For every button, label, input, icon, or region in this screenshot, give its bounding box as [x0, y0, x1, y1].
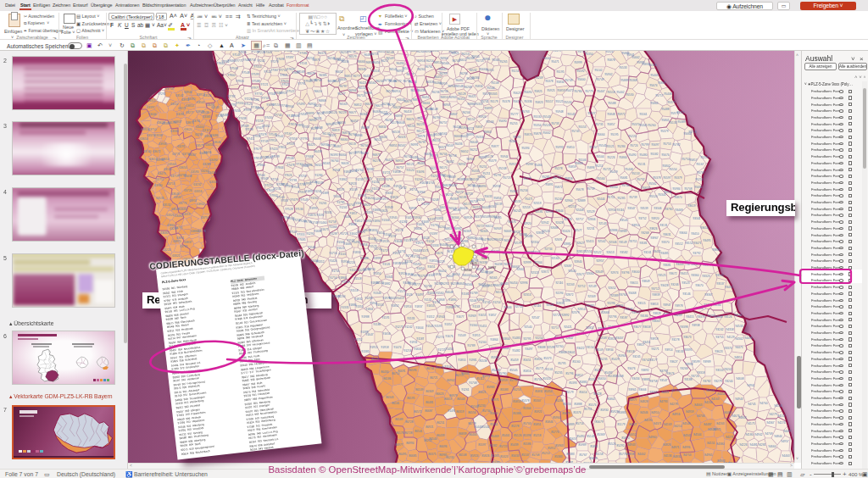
svg-text:63906: 63906: [159, 142, 166, 146]
svg-text:96325: 96325: [314, 117, 321, 120]
svg-text:92296: 92296: [607, 302, 615, 305]
svg-text:85307: 85307: [533, 399, 541, 403]
svg-text:85574: 85574: [588, 403, 596, 407]
svg-text:63403: 63403: [196, 125, 203, 129]
svg-text:96812: 96812: [433, 61, 441, 64]
svg-text:90943: 90943: [500, 282, 508, 286]
svg-text:93268: 93268: [641, 231, 648, 235]
svg-text:96436: 96436: [454, 142, 462, 146]
svg-text:85233: 85233: [477, 404, 485, 408]
svg-text:92304: 92304: [534, 261, 542, 264]
svg-text:86623: 86623: [436, 392, 443, 396]
svg-text:92817: 92817: [576, 250, 584, 253]
svg-text:90565: 90565: [489, 276, 497, 280]
svg-text:93965: 93965: [628, 388, 636, 392]
svg-text:95251: 95251: [479, 165, 487, 169]
svg-text:93601: 93601: [567, 351, 575, 354]
svg-text:91779: 91779: [416, 198, 424, 202]
svg-text:96668: 96668: [313, 137, 320, 141]
svg-text:95480: 95480: [639, 153, 647, 157]
svg-text:91132: 91132: [425, 298, 432, 302]
svg-text:95303: 95303: [492, 58, 499, 62]
svg-text:91676: 91676: [435, 252, 442, 255]
svg-text:96229: 96229: [416, 123, 424, 126]
svg-text:96229: 96229: [338, 111, 346, 114]
svg-text:84487: 84487: [704, 423, 711, 426]
svg-text:93849: 93849: [642, 280, 649, 283]
svg-text:85861: 85861: [590, 445, 598, 448]
svg-text:63143: 63143: [211, 106, 219, 109]
svg-text:95885: 95885: [477, 175, 485, 179]
svg-text:85633: 85633: [511, 454, 519, 458]
svg-text:93827: 93827: [637, 343, 644, 347]
svg-text:96121: 96121: [406, 163, 414, 166]
svg-text:92547: 92547: [531, 316, 539, 320]
svg-text:91836: 91836: [349, 170, 357, 173]
svg-text:93581: 93581: [639, 242, 647, 245]
svg-text:84136: 84136: [664, 454, 671, 458]
svg-text:95255: 95255: [509, 122, 517, 125]
svg-text:96777: 96777: [353, 75, 360, 78]
svg-text:84838: 84838: [626, 453, 634, 456]
svg-text:95597: 95597: [663, 176, 670, 180]
svg-text:95157: 95157: [589, 146, 597, 149]
svg-text:96418: 96418: [403, 110, 411, 114]
svg-text:95924: 95924: [478, 115, 486, 119]
svg-text:86728: 86728: [405, 420, 413, 424]
svg-text:95553: 95553: [578, 125, 586, 129]
svg-text:97599: 97599: [271, 155, 279, 158]
svg-text:63564: 63564: [168, 163, 175, 166]
svg-text:91868: 91868: [348, 223, 356, 226]
svg-text:96721: 96721: [348, 152, 356, 155]
svg-text:95865: 95865: [650, 102, 658, 105]
svg-text:95723: 95723: [503, 176, 510, 180]
svg-text:95340: 95340: [509, 140, 516, 143]
svg-text:91574: 91574: [369, 245, 376, 248]
svg-text:91866: 91866: [338, 276, 346, 280]
svg-text:95408: 95408: [625, 168, 632, 171]
svg-text:90399: 90399: [485, 271, 492, 275]
svg-text:91940: 91940: [437, 315, 444, 319]
svg-text:91646: 91646: [394, 240, 402, 243]
svg-text:86404: 86404: [469, 433, 476, 436]
svg-text:94814: 94814: [734, 356, 742, 359]
svg-text:92872: 92872: [541, 270, 548, 274]
svg-text:92485: 92485: [608, 325, 615, 329]
svg-text:96620: 96620: [314, 90, 321, 93]
svg-text:84169: 84169: [664, 423, 671, 426]
svg-text:95378: 95378: [653, 176, 660, 180]
svg-text:96764: 96764: [331, 159, 338, 163]
svg-text:91354: 91354: [373, 272, 381, 275]
svg-text:95805: 95805: [661, 119, 669, 122]
svg-text:94157: 94157: [777, 414, 785, 418]
svg-text:95662: 95662: [632, 56, 639, 59]
svg-text:95131: 95131: [637, 163, 645, 166]
svg-text:86696: 86696: [439, 445, 447, 448]
svg-text:93666: 93666: [638, 388, 646, 392]
svg-text:92551: 92551: [584, 250, 592, 253]
svg-text:95753: 95753: [663, 142, 670, 146]
svg-text:96294: 96294: [459, 72, 467, 75]
svg-text:95379: 95379: [667, 101, 675, 104]
svg-text:97220: 97220: [264, 184, 272, 187]
svg-text:86596: 86596: [409, 369, 416, 372]
svg-text:95316: 95316: [648, 64, 656, 67]
svg-text:95872: 95872: [554, 186, 562, 189]
svg-text:91460: 91460: [319, 221, 326, 225]
svg-text:95407: 95407: [597, 90, 604, 93]
svg-text:85900: 85900: [553, 416, 560, 420]
svg-text:95856: 95856: [493, 197, 501, 200]
svg-text:96727: 96727: [406, 73, 414, 76]
svg-text:91918: 91918: [381, 346, 388, 349]
svg-text:93978: 93978: [675, 304, 682, 308]
svg-text:97892: 97892: [296, 124, 303, 127]
svg-text:90369: 90369: [450, 197, 458, 201]
svg-text:63430: 63430: [208, 171, 215, 175]
svg-text:96964: 96964: [440, 57, 448, 60]
svg-text:97479: 97479: [290, 198, 298, 202]
svg-text:97493: 97493: [297, 103, 304, 106]
svg-text:92346: 92346: [609, 241, 616, 244]
svg-text:93582: 93582: [620, 251, 627, 254]
svg-text:63672: 63672: [153, 150, 160, 153]
svg-text:97530: 97530: [291, 51, 298, 53]
